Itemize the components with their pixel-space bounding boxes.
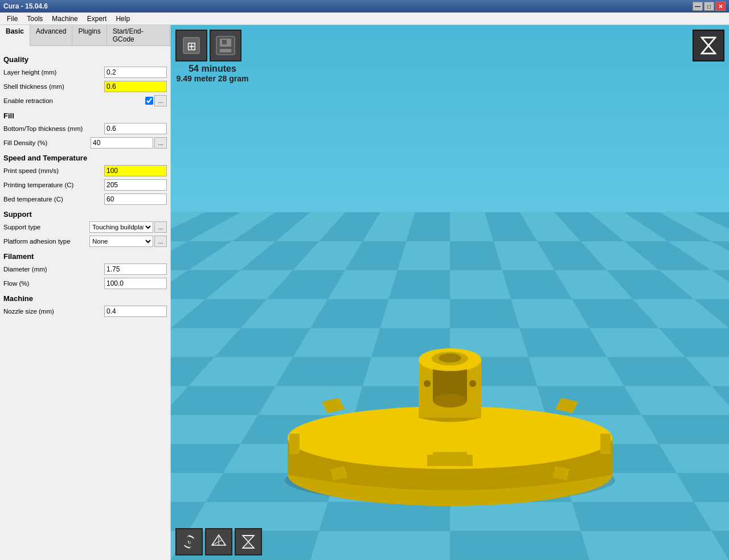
svg-rect-18 xyxy=(289,434,300,454)
enable-retraction-row: Enable retraction ... xyxy=(3,94,167,107)
menu-help[interactable]: Help xyxy=(111,14,134,24)
support-type-dots-btn[interactable]: ... xyxy=(154,221,167,233)
svg-point-25 xyxy=(469,380,476,387)
wireframe-icon xyxy=(210,533,228,551)
menu-expert[interactable]: Expert xyxy=(83,14,112,24)
flow-input[interactable] xyxy=(104,278,167,289)
platform-adhesion-select[interactable]: None Brim Raft xyxy=(89,236,153,247)
view-mode-icon xyxy=(696,33,721,58)
menu-tools[interactable]: Tools xyxy=(22,14,47,24)
load-model-icon: ⊞ xyxy=(181,35,202,56)
top-toolbar: ⊞ xyxy=(175,30,241,61)
platform-adhesion-dots-btn[interactable]: ... xyxy=(154,236,167,247)
view-mode-button[interactable] xyxy=(693,30,724,61)
layer-height-row: Layer height (mm) xyxy=(3,66,167,79)
bed-temp-row: Bed temperature (C) xyxy=(3,193,167,205)
fill-density-input[interactable] xyxy=(91,137,153,149)
3d-object xyxy=(251,230,649,514)
print-speed-label: Print speed (mm/s) xyxy=(3,167,104,174)
print-temp-row: Printing temperature (C) xyxy=(3,179,167,191)
rotate-view-button[interactable]: ↻ xyxy=(175,528,203,555)
bed-temp-input[interactable] xyxy=(104,193,167,205)
tab-plugins[interactable]: Plugins xyxy=(72,25,107,46)
menu-file[interactable]: File xyxy=(2,14,22,24)
titlebar: Cura - 15.04.6 — □ ✕ xyxy=(0,0,729,13)
layer-height-input[interactable] xyxy=(104,67,167,78)
tabs-bar: Basic Advanced Plugins Start/End-GCode xyxy=(0,25,170,46)
platform-adhesion-row: Platform adhesion type None Brim Raft ..… xyxy=(3,235,167,248)
save-gcode-icon xyxy=(215,35,236,56)
fill-header: Fill xyxy=(3,112,167,120)
svg-point-24 xyxy=(424,380,431,387)
machine-header: Machine xyxy=(3,294,167,303)
shell-thickness-input[interactable] xyxy=(104,81,167,92)
wireframe-view-button[interactable] xyxy=(205,528,232,555)
svg-point-23 xyxy=(433,394,467,407)
minimize-button[interactable]: — xyxy=(693,2,703,11)
save-gcode-button[interactable] xyxy=(210,30,241,61)
diameter-input[interactable] xyxy=(104,263,167,275)
retraction-controls: ... xyxy=(145,95,167,106)
svg-text:↻: ↻ xyxy=(187,540,191,545)
svg-rect-5 xyxy=(222,40,227,44)
app-title: Cura - 15.04.6 xyxy=(3,2,48,10)
menubar: File Tools Machine Expert Help xyxy=(0,13,729,25)
enable-retraction-label: Enable retraction xyxy=(3,97,144,104)
layer-height-label: Layer height (mm) xyxy=(3,69,104,76)
rotate-view-icon: ↻ xyxy=(180,533,198,551)
main-layout: Basic Advanced Plugins Start/End-GCode Q… xyxy=(0,25,729,560)
svg-text:⊞: ⊞ xyxy=(187,40,196,52)
model-svg xyxy=(251,230,649,514)
filament-header: Filament xyxy=(3,252,167,261)
nozzle-input[interactable] xyxy=(104,306,167,317)
xray-view-button[interactable] xyxy=(235,528,262,555)
fill-density-dots-btn[interactable]: ... xyxy=(154,137,167,149)
menu-machine[interactable]: Machine xyxy=(47,14,82,24)
svg-point-28 xyxy=(439,353,461,363)
quality-header: Quality xyxy=(3,55,167,64)
support-type-label: Support type xyxy=(3,224,89,230)
bed-temp-label: Bed temperature (C) xyxy=(3,196,104,203)
fill-density-row: Fill Density (%) ... xyxy=(3,137,167,149)
retraction-checkbox[interactable] xyxy=(145,97,153,105)
speed-header: Speed and Temperature xyxy=(3,154,167,162)
print-time: 54 minutes xyxy=(175,64,249,74)
load-model-button[interactable]: ⊞ xyxy=(175,30,207,61)
bottom-top-label: Bottom/Top thickness (mm) xyxy=(3,125,104,132)
xray-icon xyxy=(239,533,257,551)
titlebar-controls: — □ ✕ xyxy=(693,2,726,11)
platform-adhesion-label: Platform adhesion type xyxy=(3,238,89,245)
bottom-top-row: Bottom/Top thickness (mm) xyxy=(3,122,167,135)
svg-rect-4 xyxy=(220,49,231,52)
viewport-panel: ⊞ 54 minutes 9.49 meter 28 gram xyxy=(171,25,729,560)
print-temp-input[interactable] xyxy=(104,179,167,191)
settings-panel: Quality Layer height (mm) Shell thicknes… xyxy=(0,46,170,560)
bottom-toolbar: ↻ xyxy=(175,528,262,555)
bottom-top-input[interactable] xyxy=(104,123,167,134)
tab-start-end-gcode[interactable]: Start/End-GCode xyxy=(107,25,170,46)
nozzle-row: Nozzle size (mm) xyxy=(3,305,167,318)
shell-thickness-row: Shell thickness (mm) xyxy=(3,80,167,93)
nozzle-label: Nozzle size (mm) xyxy=(3,308,104,315)
flow-label: Flow (%) xyxy=(3,280,104,287)
print-material: 9.49 meter 28 gram xyxy=(175,74,249,83)
maximize-button[interactable]: □ xyxy=(704,2,714,11)
platform-adhesion-wrap: None Brim Raft ... xyxy=(89,236,167,247)
tab-basic[interactable]: Basic xyxy=(0,25,30,46)
diameter-row: Diameter (mm) xyxy=(3,263,167,275)
support-type-select[interactable]: None Touching buildplate Everywhere xyxy=(89,221,153,233)
retraction-checkbox-wrap xyxy=(145,97,153,105)
print-speed-row: Print speed (mm/s) xyxy=(3,164,167,177)
support-header: Support xyxy=(3,210,167,219)
left-panel: Basic Advanced Plugins Start/End-GCode Q… xyxy=(0,25,171,560)
print-temp-label: Printing temperature (C) xyxy=(3,182,104,188)
print-speed-input[interactable] xyxy=(104,165,167,176)
svg-rect-19 xyxy=(600,434,611,454)
support-type-row: Support type None Touching buildplate Ev… xyxy=(3,221,167,233)
shell-thickness-label: Shell thickness (mm) xyxy=(3,83,104,90)
fill-density-controls: ... xyxy=(91,137,167,149)
tab-advanced[interactable]: Advanced xyxy=(30,25,72,46)
retraction-dots-btn[interactable]: ... xyxy=(154,95,167,106)
support-type-wrap: None Touching buildplate Everywhere ... xyxy=(89,221,167,233)
close-button[interactable]: ✕ xyxy=(715,2,726,11)
